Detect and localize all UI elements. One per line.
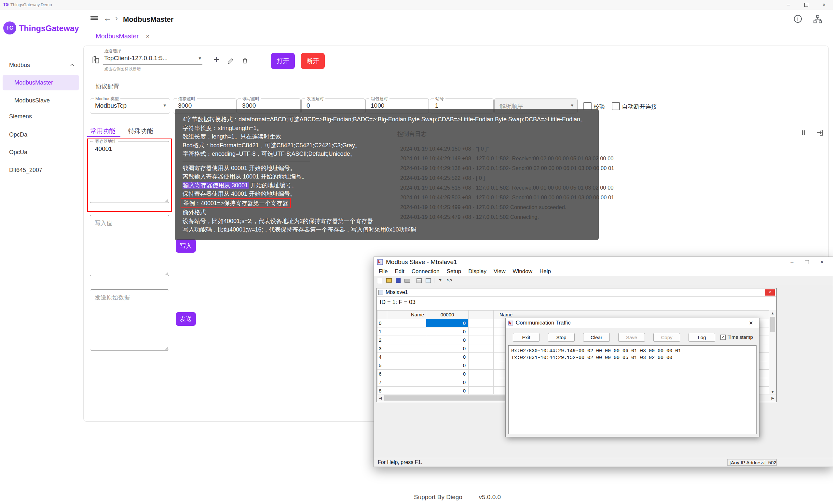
slave-titlebar[interactable]: Modbus Slave - Mbslave1 – ×	[374, 257, 833, 267]
traffic-titlebar[interactable]: Communication Traffic ✕	[506, 318, 759, 328]
tab-special-functions[interactable]: 特殊功能	[128, 127, 153, 135]
traffic-close-icon[interactable]: ✕	[745, 320, 757, 326]
register-address-input[interactable]: 寄存器地址 40001	[90, 141, 169, 203]
raw-data-textarea[interactable]: 发送原始数据	[90, 289, 169, 351]
write-value-textarea[interactable]: 写入值	[90, 215, 169, 276]
name-cell[interactable]	[387, 319, 426, 327]
slave-minimize-button[interactable]: –	[785, 257, 800, 267]
tab-close-icon[interactable]: ×	[146, 33, 149, 40]
traffic-button[interactable]: Copy	[653, 333, 680, 342]
menu-item[interactable]: File	[375, 268, 391, 275]
edit-channel-button[interactable]	[227, 57, 234, 65]
new-file-icon[interactable]	[377, 278, 383, 283]
row-header-cell-2[interactable]	[469, 361, 494, 370]
print-icon[interactable]	[404, 278, 410, 283]
sitemap-icon[interactable]	[813, 14, 823, 24]
slave-close-button[interactable]: ×	[814, 257, 829, 267]
resize-grip[interactable]	[165, 272, 168, 275]
name-cell[interactable]	[387, 344, 426, 353]
traffic-button[interactable]: Log	[689, 333, 715, 342]
pause-icon[interactable]	[800, 129, 808, 136]
sidebar-group-modbus[interactable]: Modbus	[0, 57, 82, 73]
row-header-cell-2[interactable]	[469, 370, 494, 378]
disconnect-button[interactable]: 断开	[301, 53, 325, 69]
os-minimize-button[interactable]: –	[779, 0, 797, 10]
row-header-cell[interactable]: 4	[377, 353, 387, 361]
vertical-scrollbar[interactable]: ▲ ▼	[769, 310, 776, 395]
name-cell[interactable]	[387, 327, 426, 336]
row-header-cell[interactable]: 2	[377, 336, 387, 344]
value-cell[interactable]: 0	[426, 353, 469, 361]
value-cell[interactable]: 0	[426, 336, 469, 344]
sidebar-item-modbusslave[interactable]: ModbusSlave	[0, 93, 82, 108]
menu-item[interactable]: Connection	[408, 268, 443, 275]
value-cell[interactable]: 0	[426, 370, 469, 378]
menu-item[interactable]: Window	[509, 268, 536, 275]
name-cell[interactable]	[387, 378, 426, 387]
tab-common-functions[interactable]: 常用功能	[91, 127, 115, 135]
os-close-button[interactable]: ×	[815, 0, 833, 10]
write-button[interactable]: 写入	[176, 239, 196, 253]
value-cell[interactable]: 0	[426, 378, 469, 387]
timestamp-option[interactable]: ✓ Time stamp	[720, 334, 753, 340]
comm-traffic-icon[interactable]	[425, 278, 431, 283]
name-cell[interactable]	[387, 370, 426, 378]
value-cell[interactable]: 0	[426, 344, 469, 353]
name-cell[interactable]	[387, 353, 426, 361]
resize-grip[interactable]	[165, 199, 168, 202]
row-header-cell[interactable]: 0	[377, 319, 387, 327]
sidebar-item-dlt645[interactable]: Dlt645_2007	[0, 162, 82, 178]
display-grid-icon[interactable]	[416, 278, 422, 283]
context-help-icon[interactable]: ↖?	[446, 278, 453, 283]
value-cell[interactable]: 0	[426, 361, 469, 370]
row-header-cell-2[interactable]	[469, 344, 494, 353]
row-header-cell[interactable]: 1	[377, 327, 387, 336]
open-file-icon[interactable]	[386, 278, 392, 283]
auto-disconnect-checkbox[interactable]	[612, 102, 620, 110]
value-cell[interactable]: 0	[426, 327, 469, 336]
open-button[interactable]: 打开	[271, 53, 295, 69]
scroll-right-arrow[interactable]: ▶	[769, 395, 776, 402]
sidebar-item-opcua[interactable]: OpcUa	[0, 144, 82, 160]
doc-close-button[interactable]: ×	[765, 289, 775, 296]
row-header-cell-2[interactable]	[469, 353, 494, 361]
scroll-left-arrow[interactable]: ◀	[377, 395, 384, 402]
row-header-cell[interactable]: 6	[377, 370, 387, 378]
row-header-cell-2[interactable]	[469, 319, 494, 327]
menu-item[interactable]: View	[490, 268, 509, 275]
traffic-button[interactable]: Exit	[513, 333, 540, 342]
menu-item[interactable]: Setup	[443, 268, 465, 275]
row-header-cell-2[interactable]	[469, 327, 494, 336]
traffic-log-list[interactable]: Rx:027830-10:44:29.149-00 02 00 00 00 06…	[508, 345, 757, 434]
doc-titlebar[interactable]: Mbslave1 ×	[377, 288, 777, 297]
row-header-cell[interactable]: 3	[377, 344, 387, 353]
name-cell[interactable]	[387, 361, 426, 370]
traffic-button[interactable]: Clear	[583, 333, 610, 342]
send-button[interactable]: 发送	[176, 312, 196, 326]
info-icon[interactable]	[793, 14, 803, 23]
back-arrow-icon[interactable]: ←	[103, 13, 112, 23]
delete-channel-button[interactable]	[241, 57, 248, 65]
menu-item[interactable]: Display	[465, 268, 490, 275]
sidebar-item-modbusmaster[interactable]: ModbusMaster	[3, 75, 79, 91]
row-header-cell-2[interactable]	[469, 378, 494, 387]
timestamp-checkbox[interactable]: ✓	[720, 334, 725, 340]
traffic-button[interactable]: Save	[618, 333, 645, 342]
menu-item[interactable]: Edit	[391, 268, 408, 275]
add-channel-button[interactable]: +	[212, 55, 221, 65]
sidebar-item-opcda[interactable]: OpcDa	[0, 127, 82, 143]
scroll-up-arrow[interactable]: ▲	[769, 310, 776, 316]
resize-grip[interactable]	[165, 346, 168, 350]
scrollbar-thumb[interactable]	[770, 317, 775, 332]
hamburger-icon[interactable]	[91, 15, 98, 21]
help-icon[interactable]: ?	[437, 278, 444, 283]
menu-item[interactable]: Help	[536, 268, 554, 275]
name-cell[interactable]	[387, 336, 426, 344]
tab-modbusmaster[interactable]: ModbusMaster ×	[96, 32, 149, 40]
row-header-cell-2[interactable]	[469, 336, 494, 344]
save-file-icon[interactable]	[395, 278, 401, 283]
traffic-button[interactable]: Stop	[548, 333, 575, 342]
channel-select[interactable]: TcpClient-127.0.0.1:5... ▾	[103, 53, 203, 65]
os-maximize-button[interactable]	[797, 0, 815, 10]
scrollbar-thumb[interactable]	[384, 395, 511, 401]
